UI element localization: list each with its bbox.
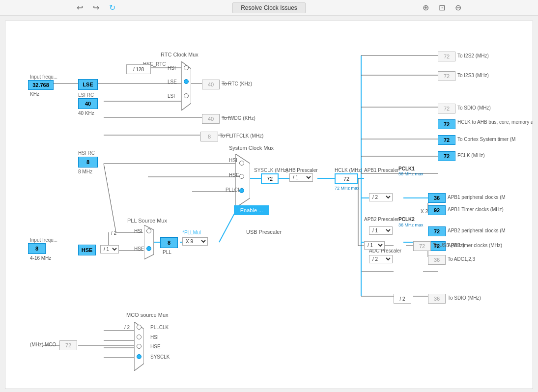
rtc-output-box: 40 <box>202 80 220 89</box>
apb2-max-label: 36 MHz max <box>398 223 424 227</box>
rtc-mux-radio-hse[interactable] <box>184 65 189 70</box>
apb1-prescaler-label: APB1 Prescaler <box>364 168 399 173</box>
lsi-rc-unit: 40 KHz <box>78 111 94 116</box>
mco-mux-radio-hse[interactable] <box>137 344 142 349</box>
lse-mux-entry-label: LSE <box>168 79 177 84</box>
flitfclk-output-box: 8 <box>200 132 218 141</box>
apb2-prescaler-select[interactable]: / 1 <box>369 226 393 235</box>
pll-unit-label: PLL <box>163 250 171 255</box>
input-freq-lse-value[interactable]: 32.768 <box>28 80 54 90</box>
toolbar-right: ⊕ ⊡ ⊖ <box>420 2 464 13</box>
input-freq-hse-label: Input frequ... <box>30 237 57 243</box>
input-freq-lse-label: Input frequ... <box>30 74 57 80</box>
input-freq-hse-unit: 4-16 MHz <box>30 255 51 261</box>
toolbar-left: ↩ ↪ ↻ <box>74 2 118 13</box>
apb2-peripheral-value: 72 <box>428 226 446 236</box>
cortex-label: To Cortex System timer (M <box>457 137 515 142</box>
apb1-max-label: 36 MHz max <box>398 171 424 176</box>
hsi-rc-unit: 8 MHz <box>78 169 92 174</box>
ahb-prescaler-label: AHB Prescaler <box>285 168 318 173</box>
sys-mux-radio-hsi[interactable] <box>239 161 244 166</box>
zoom-fit-button[interactable]: ⊡ <box>436 2 448 13</box>
hse-mux-entry-label: HSI <box>168 65 176 71</box>
adc-value: 36 <box>428 255 446 265</box>
rtc-clock-mux-label: RTC Clock Mux <box>161 52 198 57</box>
hse-div1-select[interactable]: / 1 <box>100 245 119 253</box>
toolbar: ↩ ↪ ↻ Resolve Clock Issues ⊕ ⊡ ⊖ <box>0 0 538 16</box>
mco-output-label: (MHz) MCO <box>30 342 56 347</box>
i2s2-label: To I2S2 (MHz) <box>457 53 489 58</box>
mco-pllclk-label: / 2 <box>124 325 130 330</box>
i2s2-value: 72 <box>438 52 455 61</box>
iwdg-output-box: 40 <box>202 114 220 124</box>
pll-value-box[interactable]: 8 <box>160 237 178 248</box>
pll-mux-hse-label: HSE <box>134 246 144 252</box>
ahb-prescaler-select[interactable]: / 1 <box>289 173 313 182</box>
div128-box[interactable]: / 128 <box>126 64 151 74</box>
mco-source-mux-label: MCO source Mux <box>126 312 169 318</box>
rtc-output-label: To RTC (KHz) <box>222 81 252 86</box>
mco-mux-radio-hsi[interactable] <box>137 335 142 339</box>
mco-mux-radio-sysclk[interactable] <box>137 354 142 359</box>
mco-sysclk-label: SYSCLK <box>150 354 170 360</box>
input-freq-hse-value[interactable]: 8 <box>28 243 46 254</box>
mco-hsi-label: HSI <box>150 335 159 340</box>
pll-mul-label: *PLLMul <box>182 230 201 235</box>
svg-line-40 <box>104 164 116 232</box>
mco-pllclk2-label: PLLCLK <box>150 325 169 330</box>
apb1-timer-label: APB1 Timer clocks (MHz) <box>448 207 504 212</box>
sys-mux-radio-pllclk[interactable] <box>239 188 244 193</box>
cortex-value: 72 <box>438 135 455 145</box>
sdio-div2-box[interactable]: / 2 <box>394 294 411 304</box>
rtc-mux-radio-lsi[interactable] <box>184 93 189 98</box>
flitfclk-output-label: To FLITFCLK (MHz) <box>220 133 263 139</box>
sysclk-label: SYSCLK (MHz) <box>254 168 288 173</box>
lsi-rc-label: LSI RC <box>78 92 94 98</box>
apb2-peripheral-label: APB2 peripheral clocks (M <box>448 228 506 233</box>
system-clock-mux-label: System Clock Mux <box>229 145 274 151</box>
sys-mux-radio-hse[interactable] <box>239 174 244 179</box>
enable-button[interactable]: Enable ... <box>234 205 269 215</box>
fclk-label: FCLK (MHz) <box>457 153 485 158</box>
lsi-mux-entry-label: LSI <box>168 93 175 99</box>
hse-block[interactable]: HSE <box>78 245 96 255</box>
hsi-rc-value[interactable]: 8 <box>78 157 98 168</box>
pll-mul-select[interactable]: X 9 <box>182 237 208 246</box>
pll-source-mux-label: PLL Source Mux <box>127 218 167 224</box>
sdio2-value: 72 <box>438 104 455 113</box>
redo-button[interactable]: ↪ <box>90 2 102 13</box>
lsi-rc-value[interactable]: 40 <box>78 98 98 109</box>
apb2-prescaler-label: APB2 Prescaler <box>364 217 399 222</box>
i2s3-value: 72 <box>438 71 455 81</box>
input-freq-lse-unit: KHz <box>30 91 39 97</box>
apb1-timer-value: 92 <box>428 205 446 215</box>
adc-prescaler-select[interactable]: / 2 <box>369 255 393 263</box>
pll-mux-radio-hse[interactable] <box>146 246 151 251</box>
sdio2-label: To SDIO (MHz) <box>457 105 491 111</box>
resolve-clock-issues-button[interactable]: Resolve Clock Issues <box>232 2 306 13</box>
hclk-label: HCLK (MHz) <box>335 168 363 173</box>
apb1-peripheral-value: 36 <box>428 193 446 203</box>
i2s3-label: To I2S3 (MHz) <box>457 73 489 78</box>
sysclk-value[interactable]: 72 <box>261 173 279 184</box>
pclk1-label: PCLK1 <box>398 166 415 171</box>
mco-mux-radio-pllclk[interactable] <box>137 325 142 330</box>
clock-diagram-canvas: RTC Clock Mux System Clock Mux PLL Sourc… <box>5 21 533 389</box>
apb1-peripheral-label: APB1 peripheral clocks (M <box>448 195 506 200</box>
apb1-prescaler-select[interactable]: / 2 <box>369 193 393 201</box>
usb-prescaler-label: USB Prescaler <box>246 229 282 235</box>
lse-block[interactable]: LSE <box>78 79 98 90</box>
sys-mux-hse-label: HSE <box>229 172 239 178</box>
pll-mux-radio-hsi[interactable] <box>146 228 151 233</box>
iwdg-output-label: To IWDG (KHz) <box>222 115 255 121</box>
mco-output-box: 72 <box>59 340 77 350</box>
usb-prescaler-select[interactable]: / 1 <box>364 241 385 250</box>
rtc-mux-radio-lse[interactable] <box>184 79 189 84</box>
pll-mux-hsi-label: HSI <box>134 228 142 234</box>
undo-button[interactable]: ↩ <box>74 2 86 13</box>
refresh-button[interactable]: ↻ <box>106 2 118 13</box>
zoom-out-button[interactable]: ⊖ <box>452 2 464 13</box>
fclk-value: 72 <box>438 151 455 161</box>
hclk-value[interactable]: 72 <box>335 173 358 184</box>
zoom-in-button[interactable]: ⊕ <box>420 2 432 13</box>
